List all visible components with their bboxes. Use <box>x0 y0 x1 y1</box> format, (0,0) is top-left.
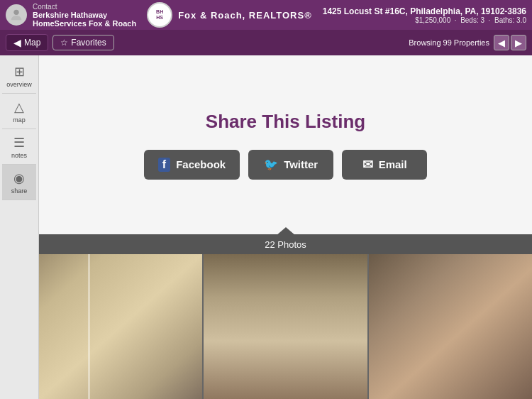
facebook-icon: f <box>158 158 170 172</box>
sidebar-map-label: map <box>13 116 26 124</box>
sub-header: ◀ Map ☆ Favorites Browsing 99 Properties… <box>0 30 532 55</box>
sidebar: ⊞ overview △ map ☰ notes ◉ share <box>0 55 39 399</box>
sub-header-left: ◀ Map ☆ Favorites <box>0 34 114 51</box>
header-right: 1425 Locust St #16C, Philadelphia, PA, 1… <box>323 6 532 24</box>
agent-avatar <box>6 4 27 26</box>
favorites-button[interactable]: ☆ Favorites <box>52 35 113 50</box>
star-icon: ☆ <box>60 38 68 48</box>
sidebar-item-overview[interactable]: ⊞ overview <box>2 58 36 94</box>
bh-logo: BHHS <box>147 2 172 28</box>
facebook-label: Facebook <box>176 158 226 170</box>
map-icon: △ <box>14 99 24 115</box>
company-name: HomeServices Fox & Roach <box>33 19 136 28</box>
next-button[interactable]: ▶ <box>511 35 526 50</box>
header-left: Contact Berkshire Hathaway HomeServices … <box>0 3 136 28</box>
photos-section: 22 Photos <box>39 234 532 399</box>
sub-header-right: Browsing 99 Properties ◀ ▶ <box>409 35 532 50</box>
share-panel: Share This Listing f Facebook 🐦 Twitter … <box>39 55 532 234</box>
property-address: 1425 Locust St #16C, Philadelphia, PA, 1… <box>323 6 526 16</box>
share-buttons: f Facebook 🐦 Twitter ✉ Email <box>144 150 427 180</box>
map-button[interactable]: ◀ Map <box>6 34 48 51</box>
email-icon: ✉ <box>362 157 373 173</box>
sidebar-item-share[interactable]: ◉ share <box>2 165 36 200</box>
agent-info[interactable]: Contact Berkshire Hathaway HomeServices … <box>33 3 136 28</box>
agent-name: Berkshire Hathaway <box>33 11 136 19</box>
sidebar-overview-label: overview <box>6 81 32 88</box>
photo-2[interactable] <box>204 254 367 399</box>
notes-icon: ☰ <box>13 135 25 151</box>
sidebar-notes-label: notes <box>11 152 27 159</box>
svg-point-0 <box>13 10 18 15</box>
contact-label: Contact <box>33 3 136 11</box>
sidebar-item-notes[interactable]: ☰ notes <box>2 129 36 165</box>
property-baths: Baths: 3.0 <box>494 16 526 24</box>
header: Contact Berkshire Hathaway HomeServices … <box>0 0 532 30</box>
twitter-share-button[interactable]: 🐦 Twitter <box>248 150 333 180</box>
previous-button[interactable]: ◀ <box>494 35 509 50</box>
property-details: $1,250,000 · Beds: 3 · Baths: 3.0 <box>323 16 526 24</box>
back-arrow-icon: ◀ <box>13 37 21 48</box>
browsing-text: Browsing 99 Properties <box>409 38 489 47</box>
sidebar-share-label: share <box>11 187 28 195</box>
browse-arrows: ◀ ▶ <box>494 35 526 50</box>
photos-label-bar: 22 Photos <box>39 234 532 254</box>
photos-count-label: 22 Photos <box>265 239 306 250</box>
main-layout: ⊞ overview △ map ☰ notes ◉ share Share T… <box>0 55 532 399</box>
header-center-logo: BHHS Fox & Roach, REALTORS® <box>147 2 312 28</box>
facebook-share-button[interactable]: f Facebook <box>144 150 240 180</box>
content-area: Share This Listing f Facebook 🐦 Twitter … <box>39 55 532 399</box>
photo-3[interactable] <box>369 254 532 399</box>
share-title: Share This Listing <box>206 111 365 133</box>
property-price: $1,250,000 <box>415 16 450 24</box>
twitter-icon: 🐦 <box>264 158 278 171</box>
twitter-label: Twitter <box>284 158 318 170</box>
overview-icon: ⊞ <box>14 64 25 80</box>
map-label: Map <box>24 38 40 48</box>
favorites-label: Favorites <box>71 38 106 48</box>
realtors-text: Fox & Roach, REALTORS® <box>178 10 312 21</box>
sidebar-item-map[interactable]: △ map <box>2 94 36 129</box>
share-icon: ◉ <box>13 170 25 186</box>
property-beds: Beds: 3 <box>460 16 484 24</box>
email-share-button[interactable]: ✉ Email <box>342 150 427 180</box>
photo-1[interactable] <box>39 254 202 399</box>
photos-grid <box>39 254 532 399</box>
email-label: Email <box>379 158 407 170</box>
